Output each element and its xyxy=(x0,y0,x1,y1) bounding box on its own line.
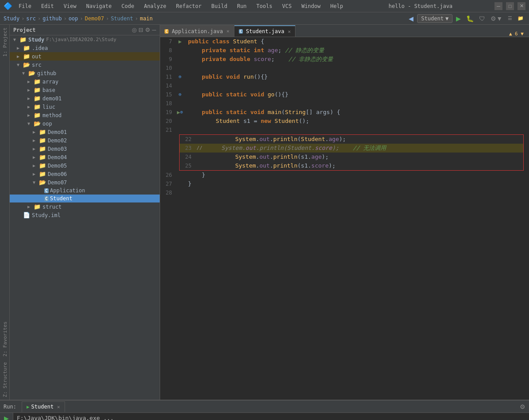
panel-minimize-button[interactable]: ─ xyxy=(152,27,156,33)
expand-icon[interactable]: ⊕ xyxy=(180,108,183,117)
tree-item-demo01sub[interactable]: ▶ 📁 Demo01 xyxy=(10,128,160,136)
breadcrumb-study[interactable]: Study xyxy=(4,15,19,22)
tree-item-demo01[interactable]: ▶ 📁 demo01 xyxy=(10,94,160,103)
folder-icon: 📁 xyxy=(34,203,41,210)
tree-label: Demo05 xyxy=(48,163,67,169)
tree-item-base[interactable]: ▶ 📁 base xyxy=(10,86,160,94)
tree-item-struct[interactable]: ▶ 📁 struct xyxy=(10,202,160,211)
menu-vcs[interactable]: VCS xyxy=(279,2,295,10)
code-content: public static void main(String[] args) { xyxy=(184,108,529,117)
arrow-icon: ▶ xyxy=(33,172,38,176)
tree-item-idea[interactable]: ▶ 📁 .idea xyxy=(10,44,160,52)
chevron-down-icon: ▼ xyxy=(445,15,448,22)
menu-tools[interactable]: Tools xyxy=(253,2,276,10)
folder-icon: 📁 xyxy=(39,137,46,144)
code-line-10: 10 xyxy=(160,64,529,73)
breadcrumb-student[interactable]: Student xyxy=(111,15,133,22)
run-button[interactable]: ▶ xyxy=(454,14,463,23)
breadcrumb-bar: Study › src › github › oop › Demo07 › St… xyxy=(0,12,529,25)
tree-item-demo04sub[interactable]: ▶ 📁 Demo04 xyxy=(10,153,160,161)
code-content: System.out.println(s1.age); xyxy=(204,153,523,161)
folder-icon: 📁 xyxy=(34,95,41,102)
tree-item-student[interactable]: C Student xyxy=(10,195,160,202)
tree-item-demo07sub[interactable]: ▼ 📂 Demo07 xyxy=(10,178,160,187)
menu-refactor[interactable]: Refactor xyxy=(172,2,205,10)
tab-application-java[interactable]: C Application.java ✕ xyxy=(160,25,234,37)
code-editor[interactable]: 7 ▶ public class Student { 8 private sta… xyxy=(160,37,529,400)
project-view-button[interactable]: 📁 xyxy=(516,15,525,22)
tree-item-array[interactable]: ▶ 📁 array xyxy=(10,77,160,86)
menu-help[interactable]: Help xyxy=(327,2,347,10)
code-content: Student s1 = new Student(); xyxy=(184,117,529,126)
window-title: hello - Student.java xyxy=(389,3,453,9)
code-line-19: 19 ▶ ⊕ public static void main(String[] … xyxy=(160,108,529,117)
line-number: 11 xyxy=(160,73,176,81)
expand-icon[interactable]: ⊕ xyxy=(179,73,182,81)
menu-view[interactable]: View xyxy=(60,2,80,10)
window-controls: ─ □ ✕ xyxy=(494,2,525,10)
class-icon: C xyxy=(44,196,49,201)
tree-item-github[interactable]: ▼ 📂 github xyxy=(10,69,160,77)
favorites-tab[interactable]: 2: Favorites xyxy=(0,319,9,359)
tree-item-demo05sub[interactable]: ▶ 📁 Demo05 xyxy=(10,161,160,170)
tab-close-button[interactable]: ✕ xyxy=(57,404,60,410)
run-config-selector[interactable]: Student ▼ xyxy=(417,14,452,23)
tree-item-studyiml[interactable]: 📄 Study.iml xyxy=(10,211,160,219)
more-run-button[interactable]: ⚙▼ xyxy=(489,14,504,23)
line-number: 26 xyxy=(160,171,176,179)
menu-build[interactable]: Build xyxy=(208,2,231,10)
tab-close-button[interactable]: ✕ xyxy=(288,29,291,34)
structure-tab[interactable]: Z: Structure xyxy=(0,359,9,400)
class-icon: C xyxy=(239,29,243,34)
code-content: public void run(){} xyxy=(184,73,529,81)
breadcrumb-demo07[interactable]: Demo07 xyxy=(85,15,104,22)
code-content: public static void go(){} xyxy=(184,90,529,99)
run-tab-student[interactable]: ▶ Student ✕ xyxy=(22,401,65,412)
coverage-button[interactable]: 🛡 xyxy=(477,14,487,23)
run-settings-button[interactable]: ⚙ xyxy=(520,403,525,410)
breadcrumb-github[interactable]: github xyxy=(42,15,61,22)
menu-analyze[interactable]: Analyze xyxy=(140,2,170,10)
tree-item-demo06sub[interactable]: ▶ 📁 Demo06 xyxy=(10,170,160,178)
maximize-button[interactable]: □ xyxy=(506,2,514,10)
tree-item-liuc[interactable]: ▶ 📁 liuc xyxy=(10,103,160,111)
tab-close-button[interactable]: ✕ xyxy=(226,28,230,34)
breadcrumb-src[interactable]: src xyxy=(26,15,36,22)
minimize-button[interactable]: ─ xyxy=(494,2,502,10)
debug-button[interactable]: 🐛 xyxy=(464,14,475,23)
tree-item-method[interactable]: ▶ 📁 method xyxy=(10,111,160,119)
locate-file-button[interactable]: ◎ xyxy=(132,27,137,33)
menu-window[interactable]: Window xyxy=(298,2,324,10)
tree-item-study[interactable]: ▼ 📁 Study F:\java\IDEA2020.2\Study xyxy=(10,35,160,44)
menu-file[interactable]: File xyxy=(15,2,35,10)
code-content: public class Student { xyxy=(184,37,529,46)
menu-navigate[interactable]: Navigate xyxy=(83,2,115,10)
breadcrumb-oop[interactable]: oop xyxy=(69,15,78,22)
tree-item-demo03sub[interactable]: ▶ 📁 Demo03 xyxy=(10,145,160,153)
expand-icon[interactable]: ⊕ xyxy=(179,90,182,99)
tree-item-src[interactable]: ▼ 📂 src xyxy=(10,61,160,69)
run-arrow-icon[interactable]: ▶ xyxy=(177,108,180,117)
tree-item-demo02sub[interactable]: ▶ 📁 Demo02 xyxy=(10,136,160,145)
arrow-icon: ▶ xyxy=(27,88,33,92)
menu-run[interactable]: Run xyxy=(234,2,250,10)
project-tab[interactable]: 1: Project xyxy=(0,25,9,59)
run-arrow-icon[interactable]: ▶ xyxy=(178,37,181,46)
tree-item-out[interactable]: ▶ 📁 out xyxy=(10,52,160,61)
close-button[interactable]: ✕ xyxy=(518,2,525,10)
collapse-all-button[interactable]: ⊟ xyxy=(138,27,143,33)
tree-item-oop[interactable]: ▼ 📂 oop xyxy=(10,119,160,128)
tree-label: Demo07 xyxy=(48,179,67,186)
rerun-button[interactable]: ▶ xyxy=(4,415,9,420)
navigate-back-button[interactable]: ◀ xyxy=(407,14,415,23)
menu-code[interactable]: Code xyxy=(118,2,138,10)
settings-button[interactable]: ☰ xyxy=(506,15,514,22)
code-line-8: 8 private static int age; // 静态的变量 xyxy=(160,46,529,55)
panel-settings-button[interactable]: ⚙ xyxy=(145,27,150,33)
tree-item-application[interactable]: C Application xyxy=(10,187,160,195)
code-content: private double score; // 非静态的变量 xyxy=(184,55,529,64)
breadcrumb-main[interactable]: main xyxy=(140,15,153,22)
tab-student-java[interactable]: C Student.java ✕ xyxy=(234,25,296,37)
menu-edit[interactable]: Edit xyxy=(38,2,58,10)
line-gutter: ▶ ⊕ xyxy=(176,108,184,117)
